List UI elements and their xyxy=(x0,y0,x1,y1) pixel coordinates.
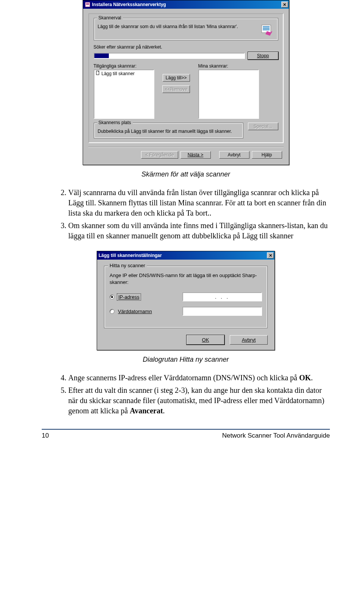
progress-bar xyxy=(94,53,245,59)
close-button[interactable]: ✕ xyxy=(281,2,288,8)
group-text: Lägg till de skannrar som du vill skanna… xyxy=(98,24,259,36)
ip-address-radio-label: IP-adress xyxy=(117,293,141,301)
group-description: Ange IP eller DNS/WINS-namn för att lägg… xyxy=(110,272,262,285)
scanner-icon xyxy=(259,24,274,36)
next-button[interactable]: Nästa > xyxy=(180,151,211,159)
my-scanners-label: Mina skannrar: xyxy=(198,63,259,69)
search-label: Söker efter skannrar på nätverket. xyxy=(94,44,278,50)
svg-rect-1 xyxy=(86,3,89,4)
install-wizard-dialog: Installera Nätverksskannerverktyg ✕ Skan… xyxy=(83,0,289,165)
group-text: Dubbelklicka på Lägg till skanner för at… xyxy=(98,128,239,134)
available-scanners-list[interactable]: Lägg till skanner xyxy=(94,69,154,119)
available-scanners-label: Tillgängliga skannrar: xyxy=(94,63,154,69)
figure-caption: Dialogrutan Hitta ny scanner xyxy=(42,356,330,364)
previous-button[interactable]: < Föregående xyxy=(141,151,178,159)
ip-address-field[interactable]: . . . xyxy=(182,292,262,301)
scanner-selection-group: Skannerval Lägg till de skannrar som du … xyxy=(94,18,278,41)
instruction-item: Ange scannerns IP-adress eller Värddator… xyxy=(68,373,330,383)
group-label: Hitta ny scanner xyxy=(108,263,147,268)
scanner-place-group: Skannerns plats Dubbelklicka på Lägg til… xyxy=(94,123,243,139)
svg-rect-5 xyxy=(263,28,270,29)
ip-address-radio[interactable] xyxy=(110,295,115,299)
close-button[interactable]: ✕ xyxy=(267,252,274,258)
ok-button[interactable]: OK xyxy=(187,335,224,345)
app-icon xyxy=(85,2,91,8)
instruction-item: Välj scannrarna du vill använda från lis… xyxy=(68,187,330,218)
cancel-button[interactable]: Avbryt xyxy=(219,151,249,159)
dialog-title: Lägg till skannerinställningar xyxy=(99,253,162,258)
my-scanners-list[interactable] xyxy=(198,69,259,119)
stop-button[interactable]: Stopp xyxy=(248,52,278,60)
add-button[interactable]: Lägg till>> xyxy=(163,74,190,82)
hostname-field[interactable] xyxy=(182,307,262,316)
page-footer: 10 Network Scanner Tool Användarguide xyxy=(42,432,330,440)
help-button[interactable]: Hjälp xyxy=(252,151,282,159)
instruction-list: Välj scannrarna du vill använda från lis… xyxy=(42,187,330,241)
cancel-button[interactable]: Avbryt xyxy=(230,335,268,345)
page-number: 10 xyxy=(42,432,57,440)
list-item-label: Lägg till skanner xyxy=(102,71,135,76)
hostname-radio[interactable] xyxy=(110,309,115,314)
instruction-item: Efter att du valt din scanner (i steg 2-… xyxy=(68,385,330,416)
hostname-radio-label: Värddatornamn xyxy=(117,308,153,315)
dialog-title: Installera Nätverksskannerverktyg xyxy=(92,2,166,7)
footer-title: Network Scanner Tool Användarguide xyxy=(57,432,330,440)
figure-caption: Skärmen för att välja scanner xyxy=(42,170,330,178)
svg-rect-6 xyxy=(263,29,270,30)
svg-rect-4 xyxy=(263,26,270,27)
special-button[interactable]: Special... xyxy=(248,123,278,130)
document-icon xyxy=(96,71,100,76)
remove-button[interactable]: <<Remove xyxy=(162,85,190,93)
titlebar: Lägg till skannerinställningar ✕ xyxy=(97,251,275,260)
group-label: Skannerval xyxy=(97,15,123,20)
instruction-item: Om skanner som du vill använda inte finn… xyxy=(68,221,330,241)
find-new-scanner-group: Hitta ny scanner Ange IP eller DNS/WINS-… xyxy=(104,266,268,328)
instruction-list: Ange scannerns IP-adress eller Värddator… xyxy=(42,373,330,416)
group-label: Skannerns plats xyxy=(97,120,133,125)
add-scanner-settings-dialog: Lägg till skannerinställningar ✕ Hitta n… xyxy=(97,251,275,350)
titlebar: Installera Nätverksskannerverktyg ✕ xyxy=(83,0,289,9)
footer-rule xyxy=(42,429,330,430)
list-item[interactable]: Lägg till skanner xyxy=(94,70,154,77)
svg-rect-2 xyxy=(86,4,89,5)
